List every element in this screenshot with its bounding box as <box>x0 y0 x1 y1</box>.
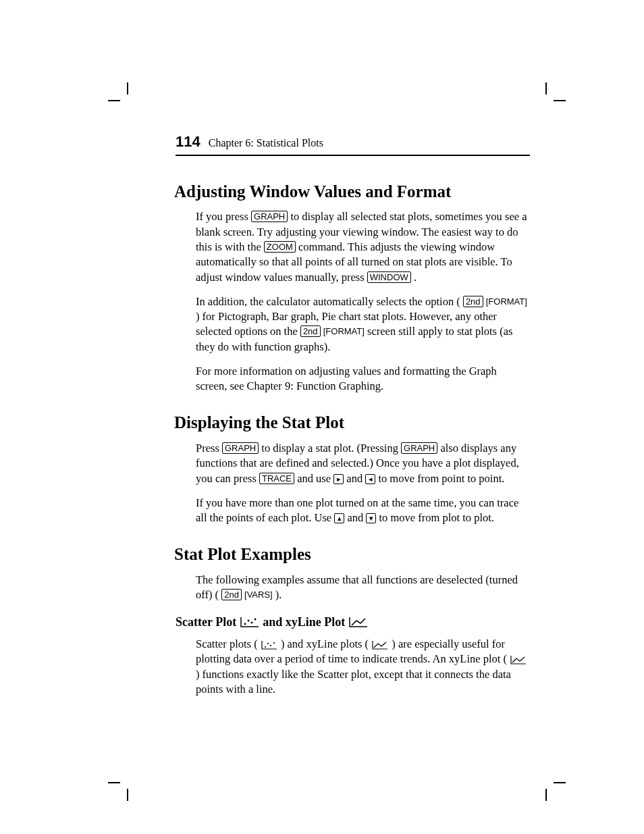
graph-key-icon: GRAPH <box>401 442 437 454</box>
text: ) functions exactly like the Scatter plo… <box>196 668 511 696</box>
chapter-title: Chapter 6: Statistical Plots <box>209 136 323 151</box>
vars-key-label: [VARS] <box>244 589 273 601</box>
text: to move from plot to plot. <box>379 511 495 524</box>
svg-point-3 <box>250 621 252 623</box>
text: to move from point to point. <box>378 472 504 485</box>
svg-point-8 <box>273 642 275 644</box>
svg-point-4 <box>254 618 256 620</box>
page-body: 114 Chapter 6: Statistical Plots Adjusti… <box>176 132 530 706</box>
page-number: 114 <box>176 132 200 152</box>
text: to display a stat plot. (Pressing <box>261 442 401 454</box>
down-arrow-key-icon: ▾ <box>366 513 376 523</box>
format-key-label: [FORMAT] <box>486 296 527 308</box>
window-key-icon: WINDOW <box>367 271 411 283</box>
right-arrow-key-icon: ▸ <box>333 474 344 484</box>
paragraph: For more information on adjusting values… <box>196 364 530 394</box>
graph-key-icon: GRAPH <box>222 442 259 454</box>
svg-point-2 <box>247 619 249 621</box>
text: Scatter plots ( <box>196 637 258 650</box>
scatter-plot-icon <box>240 616 260 628</box>
text: and <box>346 472 365 485</box>
crop-mark <box>127 789 128 801</box>
second-key-icon: 2nd <box>221 589 242 600</box>
svg-point-6 <box>267 643 269 644</box>
paragraph: Scatter plots ( ) and xyLine plots ( ) a… <box>196 637 530 697</box>
text: ) and xyLine plots ( <box>281 637 369 650</box>
paragraph: Press GRAPH to display a stat plot. (Pre… <box>196 441 530 486</box>
text: . <box>414 271 417 284</box>
text: ). <box>275 588 282 601</box>
xyline-plot-icon <box>510 655 527 664</box>
paragraph: If you press GRAPH to display all select… <box>196 209 530 284</box>
crop-mark <box>545 82 547 95</box>
text: Press <box>196 442 222 454</box>
text: and <box>347 511 366 524</box>
text: and xyLine Plot <box>263 615 348 629</box>
paragraph: The following examples assume that all f… <box>196 573 530 603</box>
xyline-plot-icon <box>348 616 369 628</box>
svg-point-1 <box>244 623 246 625</box>
scatter-plot-icon <box>261 640 278 650</box>
crop-mark <box>108 100 120 101</box>
text: In addition, the calculator automaticall… <box>196 295 460 308</box>
second-key-icon: 2nd <box>300 325 321 337</box>
running-header: 114 Chapter 6: Statistical Plots <box>176 132 530 156</box>
crop-mark <box>554 100 566 101</box>
paragraph: If you have more than one plot turned on… <box>196 496 530 526</box>
crop-mark <box>127 82 128 95</box>
zoom-key-icon: ZOOM <box>264 241 296 253</box>
text: Scatter Plot <box>176 615 240 629</box>
svg-point-7 <box>270 645 271 646</box>
text: If you press <box>196 210 251 223</box>
crop-mark <box>108 782 120 783</box>
graph-key-icon: GRAPH <box>251 211 288 222</box>
trace-key-icon: TRACE <box>259 473 294 484</box>
paragraph: In addition, the calculator automaticall… <box>196 294 530 355</box>
xyline-plot-icon <box>371 640 389 650</box>
text: and use <box>297 472 333 485</box>
section-heading-displaying: Displaying the Stat Plot <box>174 411 530 434</box>
second-key-icon: 2nd <box>463 296 483 307</box>
crop-mark <box>545 789 547 801</box>
svg-point-5 <box>265 646 266 648</box>
section-heading-examples: Stat Plot Examples <box>174 543 530 566</box>
subsection-heading-scatter: Scatter Plot and xyLine Plot <box>176 614 530 630</box>
up-arrow-key-icon: ▴ <box>334 513 344 523</box>
crop-mark <box>554 782 566 783</box>
left-arrow-key-icon: ◂ <box>365 474 375 484</box>
section-heading-adjusting: Adjusting Window Values and Format <box>174 180 530 203</box>
format-key-label: [FORMAT] <box>323 325 365 338</box>
